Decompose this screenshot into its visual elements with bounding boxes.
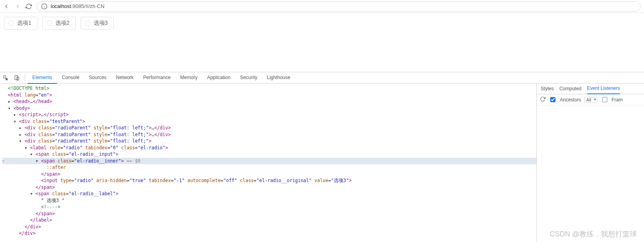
radio-option-2[interactable]: 选项2	[42, 17, 76, 30]
radio-label: 选项1	[17, 20, 32, 27]
forward-icon[interactable]	[14, 3, 21, 10]
radio-option-1[interactable]: 选项1	[4, 17, 37, 30]
page-content: 选项1 选项2 选项3	[0, 13, 644, 34]
radio-circle-icon	[8, 20, 14, 26]
reload-icon[interactable]	[26, 3, 32, 10]
radio-option-3[interactable]: 选项3	[81, 17, 114, 30]
url-text: localhost:8085/#/zh-CN	[51, 3, 104, 9]
radio-circle-icon	[85, 20, 91, 26]
radio-label: 选项3	[94, 20, 108, 27]
address-bar[interactable]: localhost:8085/#/zh-CN	[37, 1, 641, 12]
radio-label: 选项2	[55, 20, 70, 27]
back-icon[interactable]	[3, 3, 10, 10]
radio-circle-icon	[47, 20, 52, 26]
info-icon	[41, 3, 47, 10]
browser-toolbar: localhost:8085/#/zh-CN	[0, 0, 644, 13]
